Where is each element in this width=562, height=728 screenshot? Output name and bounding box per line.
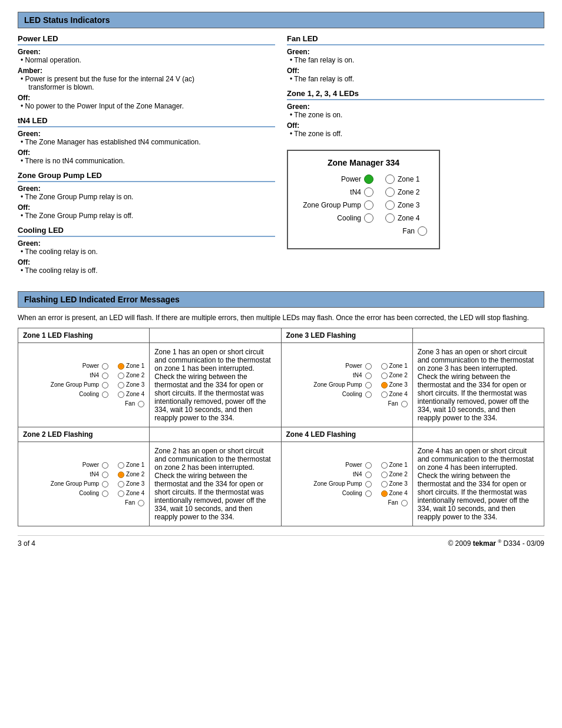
z1d-power-label: Power [23,361,100,371]
z2d-zone3-label: Zone 3 [126,479,144,489]
zone3-desc-header [412,328,544,343]
fan-green-label: Green: [287,48,544,56]
cooling-off-desc: • The cooling relay is off. [21,266,275,275]
zone4-diagram: Power Zone 1 tN4 Zone 2 Zone G [281,442,412,526]
z3d-zone2-label: Zone 2 [389,371,408,380]
z3d-tn4-row: tN4 Zone 2 [286,371,408,380]
zgp-off-label: Off: [18,203,275,212]
zone1-description: Zone 1 has an open or short circuit and … [150,343,281,427]
z3d-zone3-led [381,382,388,388]
led-section: LED Status Indicators Power LED Green: •… [18,12,544,281]
z1d-cooling-led [102,391,108,398]
z2d-zone2-label: Zone 2 [126,470,144,479]
fan-off-desc: • The fan relay is off. [290,75,544,83]
z3d-fan-led [401,401,408,407]
led-left-column: Power LED Green: • Normal operation. Amb… [18,34,275,281]
zm-cooling-label: Cooling [337,214,361,222]
zm-zone3-led [385,200,395,210]
z2d-fan-label: Fan [23,498,136,508]
z2d-power-row: Power Zone 1 [23,460,144,470]
flashing-intro: When an error is present, an LED will fl… [18,314,544,322]
zm-power-led [364,174,373,184]
zone-leds-title: Zone 1, 2, 3, 4 LEDs [287,89,544,100]
z3d-cooling-row: Cooling Zone 4 [286,390,408,399]
cooling-off-label: Off: [18,258,275,266]
zm-zone1-label: Zone 1 [398,175,427,183]
zgp-led-title: Zone Group Pump LED [18,171,275,182]
z1d-fan-label: Fan [23,399,136,409]
zone2-diagram: Power Zone 1 tN4 Zone 2 Zone G [18,442,150,526]
z4d-zone2-led [381,472,388,478]
zone-green-label: Green: [287,103,544,111]
z4d-cooling-label: Cooling [286,489,363,498]
power-led-title: Power LED [18,34,275,45]
z3d-power-row: Power Zone 1 [286,361,408,371]
cooling-green-desc: • The cooling relay is on. [21,248,275,256]
flashing-section: Flashing LED Indicated Error Messages Wh… [18,291,544,526]
z1d-zone1-led [118,363,124,370]
power-led-subsection: Power LED Green: • Normal operation. Amb… [18,34,275,110]
z2d-zone1-label: Zone 1 [126,460,144,470]
z4d-fan-label: Fan [286,498,399,508]
z1d-zone2-led [118,373,124,379]
zone3-diagram: Power Zone 1 tN4 Zone 2 Zone G [281,343,412,427]
flashing-section-header: Flashing LED Indicated Error Messages [18,291,544,308]
zm-fan-label: Fan [402,227,415,235]
z4d-zgp-label: Zone Group Pump [286,479,363,489]
footer: 3 of 4 © 2009 tekmar ® D334 - 03/09 [18,535,544,548]
zone3-header: Zone 3 LED Flashing [281,328,412,343]
z3d-fan-row: Fan [286,399,408,409]
z3d-zone1-label: Zone 1 [389,361,408,371]
z3d-tn4-led [365,373,372,379]
tn4-off-label: Off: [18,149,275,157]
z4d-tn4-row: tN4 Zone 2 [286,470,408,479]
z4d-tn4-led [365,472,372,478]
zone-manager-diagram: Zone Manager 334 Power Zone 1 tN4 Zone 2 [287,150,440,249]
tn4-led-subsection: tN4 LED Green: • The Zone Manager has es… [18,116,275,165]
zm-cooling-led [364,213,373,223]
z2d-tn4-label: tN4 [23,470,100,479]
footer-model: D334 - 03/09 [504,539,544,548]
z4d-zone2-label: Zone 2 [389,470,408,479]
zm-tn4-led [364,187,373,197]
zm-power-row: Power Zone 1 [300,174,427,184]
z2d-zone3-led [118,481,124,487]
z3d-cooling-label: Cooling [286,390,363,399]
z1d-zone2-label: Zone 2 [126,371,144,380]
z3d-zgp-label: Zone Group Pump [286,380,363,390]
z3d-power-led [365,363,372,370]
led-right-column: Fan LED Green: • The fan relay is on. Of… [287,34,544,281]
z1d-cooling-row: Cooling Zone 4 [23,390,144,399]
z1d-tn4-led [102,373,108,379]
z4d-zone3-label: Zone 3 [389,479,408,489]
z4d-cooling-row: Cooling Zone 4 [286,489,408,498]
zm-zgp-label: Zone Group Pump [303,201,361,209]
zm-fan-led [418,226,427,236]
zone-off-desc: • The zone is off. [290,130,544,138]
z4d-zone1-label: Zone 1 [389,460,408,470]
fan-off-label: Off: [287,67,544,75]
z4d-zone3-led [381,481,388,487]
z2d-zone4-led [118,490,124,497]
z1d-fan-led [138,401,144,407]
z3d-tn4-label: tN4 [286,371,363,380]
zm-cooling-row: Cooling Zone 4 [300,213,427,223]
tn4-green-label: Green: [18,130,275,138]
zgp-green-label: Green: [18,185,275,193]
z4d-zone1-led [381,462,388,469]
fan-green-desc: • The fan relay is on. [290,56,544,64]
zone2-description: Zone 2 has an open or short circuit and … [150,442,281,526]
z4d-power-label: Power [286,460,363,470]
z2d-cooling-led [102,490,108,497]
z1d-power-row: Power Zone 1 [23,361,144,371]
tn4-off-desc: • There is no tN4 communication. [21,157,275,165]
power-amber-label: Amber: [18,67,275,75]
zone-manager-title: Zone Manager 334 [300,158,427,167]
z2d-power-label: Power [23,460,100,470]
zone2-header: Zone 2 LED Flashing [18,427,150,442]
z4d-fan-led [401,500,408,506]
footer-trademark: ® [498,539,501,544]
z2d-cooling-row: Cooling Zone 4 [23,489,144,498]
zone3-description: Zone 3 has an open or short circuit and … [412,343,544,427]
zm-zone4-label: Zone 4 [398,214,427,222]
